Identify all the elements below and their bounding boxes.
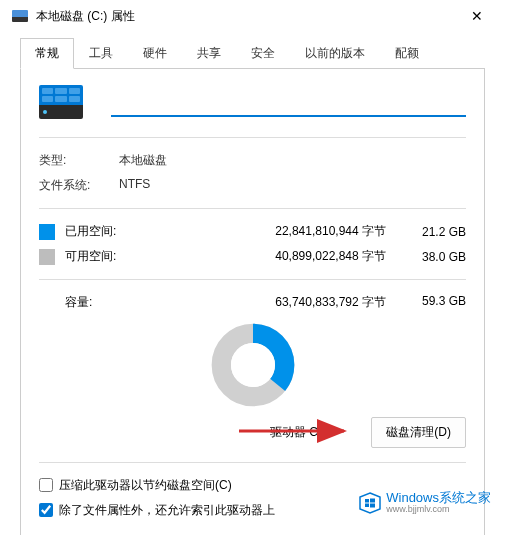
drive-header [39, 85, 466, 123]
free-space-bytes: 40,899,022,848 字节 [137, 248, 406, 265]
tab-content-general: 类型: 本地磁盘 文件系统: NTFS 已用空间: 22,841,810,944… [20, 68, 485, 535]
filesystem-value: NTFS [119, 177, 150, 194]
donut-chart-icon [209, 321, 297, 409]
tab-label: 安全 [251, 46, 275, 60]
drive-name-input[interactable] [111, 91, 466, 117]
used-space-human: 21.2 GB [406, 225, 466, 239]
index-label: 除了文件属性外，还允许索引此驱动器上 [59, 502, 275, 519]
drive-cleanup-row: 驱动器 C: 磁盘清理(D) [39, 417, 466, 448]
tab-label: 硬件 [143, 46, 167, 60]
used-space-bytes: 22,841,810,944 字节 [137, 223, 406, 240]
capacity-label: 容量: [39, 294, 137, 311]
used-space-row: 已用空间: 22,841,810,944 字节 21.2 GB [39, 223, 466, 240]
tab-label: 常规 [35, 46, 59, 60]
cleanup-button-label: 磁盘清理(D) [386, 425, 451, 439]
svg-point-2 [231, 343, 275, 387]
type-row: 类型: 本地磁盘 [39, 152, 466, 169]
compress-label: 压缩此驱动器以节约磁盘空间(C) [59, 477, 232, 494]
index-checkbox-row: 除了文件属性外，还允许索引此驱动器上 [39, 502, 466, 519]
drive-letter-label: 驱动器 C: [270, 424, 321, 441]
tab-label: 工具 [89, 46, 113, 60]
type-label: 类型: [39, 152, 119, 169]
window-title: 本地磁盘 (C:) 属性 [36, 8, 461, 25]
tab-security[interactable]: 安全 [236, 38, 290, 69]
tab-label: 以前的版本 [305, 46, 365, 60]
compress-checkbox[interactable] [39, 478, 53, 492]
used-color-swatch [39, 224, 55, 240]
usage-chart [39, 321, 466, 409]
tab-label: 共享 [197, 46, 221, 60]
divider [39, 279, 466, 280]
capacity-bytes: 63,740,833,792 字节 [137, 294, 406, 311]
close-button[interactable]: ✕ [461, 4, 493, 28]
tab-quota[interactable]: 配额 [380, 38, 434, 69]
used-space-label: 已用空间: [65, 223, 137, 240]
compress-checkbox-row: 压缩此驱动器以节约磁盘空间(C) [39, 477, 466, 494]
divider [39, 137, 466, 138]
drive-icon [39, 85, 83, 123]
filesystem-row: 文件系统: NTFS [39, 177, 466, 194]
filesystem-label: 文件系统: [39, 177, 119, 194]
capacity-row: 容量: 63,740,833,792 字节 59.3 GB [39, 294, 466, 311]
index-checkbox[interactable] [39, 503, 53, 517]
tab-label: 配额 [395, 46, 419, 60]
free-space-label: 可用空间: [65, 248, 137, 265]
tab-tools[interactable]: 工具 [74, 38, 128, 69]
tabs-row: 常规 工具 硬件 共享 安全 以前的版本 配额 [0, 38, 505, 69]
tab-general[interactable]: 常规 [20, 38, 74, 69]
divider [39, 462, 466, 463]
drive-mini-icon [12, 10, 28, 22]
free-space-human: 38.0 GB [406, 250, 466, 264]
type-value: 本地磁盘 [119, 152, 167, 169]
free-color-swatch [39, 249, 55, 265]
tab-previous-versions[interactable]: 以前的版本 [290, 38, 380, 69]
close-icon: ✕ [471, 8, 483, 24]
tab-hardware[interactable]: 硬件 [128, 38, 182, 69]
free-space-row: 可用空间: 40,899,022,848 字节 38.0 GB [39, 248, 466, 265]
title-bar: 本地磁盘 (C:) 属性 ✕ [0, 0, 505, 32]
disk-cleanup-button[interactable]: 磁盘清理(D) [371, 417, 466, 448]
capacity-human: 59.3 GB [406, 294, 466, 311]
tab-sharing[interactable]: 共享 [182, 38, 236, 69]
divider [39, 208, 466, 209]
